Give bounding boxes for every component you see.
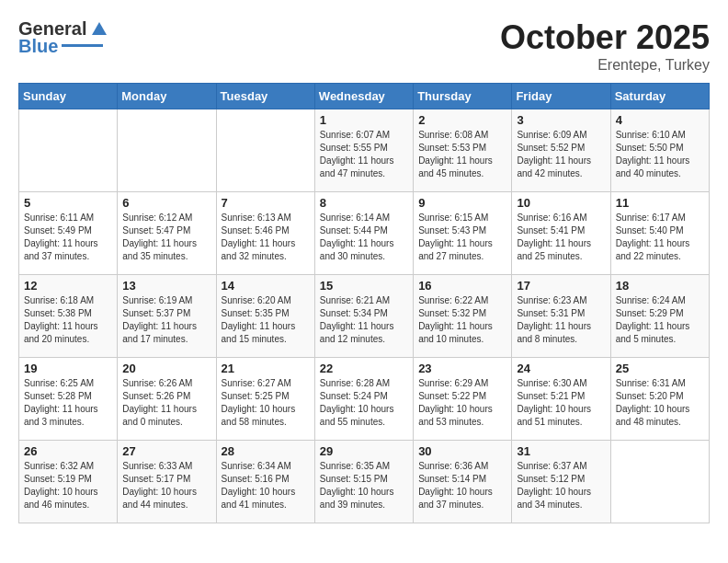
logo-blue-text: Blue xyxy=(18,36,58,57)
day-cell-1: 1Sunrise: 6:07 AM Sunset: 5:55 PM Daylig… xyxy=(314,109,413,192)
empty-cell xyxy=(216,109,314,192)
day-info-19: Sunrise: 6:25 AM Sunset: 5:28 PM Dayligh… xyxy=(24,377,112,429)
day-number-18: 18 xyxy=(616,279,704,293)
day-info-26: Sunrise: 6:32 AM Sunset: 5:19 PM Dayligh… xyxy=(24,460,112,511)
day-number-15: 15 xyxy=(320,279,408,293)
day-cell-29: 29Sunrise: 6:35 AM Sunset: 5:15 PM Dayli… xyxy=(314,441,413,523)
day-cell-7: 7Sunrise: 6:13 AM Sunset: 5:46 PM Daylig… xyxy=(216,192,314,275)
empty-cell xyxy=(19,109,118,192)
day-info-8: Sunrise: 6:14 AM Sunset: 5:44 PM Dayligh… xyxy=(320,212,408,263)
day-cell-2: 2Sunrise: 6:08 AM Sunset: 5:53 PM Daylig… xyxy=(414,109,512,192)
day-number-12: 12 xyxy=(24,279,112,293)
day-info-31: Sunrise: 6:37 AM Sunset: 5:12 PM Dayligh… xyxy=(517,460,605,511)
day-info-20: Sunrise: 6:26 AM Sunset: 5:26 PM Dayligh… xyxy=(122,377,210,429)
day-number-22: 22 xyxy=(320,362,408,375)
day-info-6: Sunrise: 6:12 AM Sunset: 5:47 PM Dayligh… xyxy=(122,212,210,263)
day-info-13: Sunrise: 6:19 AM Sunset: 5:37 PM Dayligh… xyxy=(122,294,210,346)
day-cell-14: 14Sunrise: 6:20 AM Sunset: 5:35 PM Dayli… xyxy=(216,275,314,358)
page-header: General Blue October 2025 Erentepe, Turk… xyxy=(18,18,710,74)
day-cell-30: 30Sunrise: 6:36 AM Sunset: 5:14 PM Dayli… xyxy=(414,441,512,523)
logo-underline xyxy=(62,44,103,47)
day-cell-12: 12Sunrise: 6:18 AM Sunset: 5:38 PM Dayli… xyxy=(19,275,118,358)
day-info-22: Sunrise: 6:28 AM Sunset: 5:24 PM Dayligh… xyxy=(320,377,408,429)
week-row-2: 5Sunrise: 6:11 AM Sunset: 5:49 PM Daylig… xyxy=(19,192,710,275)
day-number-10: 10 xyxy=(517,196,605,210)
day-number-14: 14 xyxy=(222,279,310,293)
day-cell-26: 26Sunrise: 6:32 AM Sunset: 5:19 PM Dayli… xyxy=(19,441,118,523)
day-info-2: Sunrise: 6:08 AM Sunset: 5:53 PM Dayligh… xyxy=(418,129,506,180)
day-info-4: Sunrise: 6:10 AM Sunset: 5:50 PM Dayligh… xyxy=(616,129,704,180)
day-number-1: 1 xyxy=(320,113,408,127)
day-info-9: Sunrise: 6:15 AM Sunset: 5:43 PM Dayligh… xyxy=(418,212,506,263)
day-cell-18: 18Sunrise: 6:24 AM Sunset: 5:29 PM Dayli… xyxy=(610,275,709,358)
header-thursday: Thursday xyxy=(414,84,512,109)
day-cell-5: 5Sunrise: 6:11 AM Sunset: 5:49 PM Daylig… xyxy=(19,192,118,275)
day-number-13: 13 xyxy=(122,279,210,293)
day-info-3: Sunrise: 6:09 AM Sunset: 5:52 PM Dayligh… xyxy=(517,129,605,180)
day-number-20: 20 xyxy=(122,362,210,375)
logo: General Blue xyxy=(18,18,108,57)
day-cell-15: 15Sunrise: 6:21 AM Sunset: 5:34 PM Dayli… xyxy=(314,275,413,358)
day-number-30: 30 xyxy=(418,444,506,458)
day-info-1: Sunrise: 6:07 AM Sunset: 5:55 PM Dayligh… xyxy=(320,129,408,180)
day-info-5: Sunrise: 6:11 AM Sunset: 5:49 PM Dayligh… xyxy=(24,212,112,263)
day-cell-8: 8Sunrise: 6:14 AM Sunset: 5:44 PM Daylig… xyxy=(314,192,413,275)
day-info-21: Sunrise: 6:27 AM Sunset: 5:25 PM Dayligh… xyxy=(222,377,310,429)
day-cell-11: 11Sunrise: 6:17 AM Sunset: 5:40 PM Dayli… xyxy=(610,192,709,275)
day-number-21: 21 xyxy=(222,362,310,375)
day-cell-23: 23Sunrise: 6:29 AM Sunset: 5:22 PM Dayli… xyxy=(414,358,512,441)
day-info-24: Sunrise: 6:30 AM Sunset: 5:21 PM Dayligh… xyxy=(517,377,605,429)
location: Erentepe, Turkey xyxy=(500,57,710,74)
day-info-25: Sunrise: 6:31 AM Sunset: 5:20 PM Dayligh… xyxy=(616,377,704,429)
day-number-3: 3 xyxy=(517,113,605,127)
day-cell-28: 28Sunrise: 6:34 AM Sunset: 5:16 PM Dayli… xyxy=(216,441,314,523)
empty-cell xyxy=(610,441,709,523)
day-number-2: 2 xyxy=(418,113,506,127)
day-info-18: Sunrise: 6:24 AM Sunset: 5:29 PM Dayligh… xyxy=(616,294,704,346)
day-number-25: 25 xyxy=(616,362,704,375)
calendar-table: SundayMondayTuesdayWednesdayThursdayFrid… xyxy=(18,83,710,523)
day-info-7: Sunrise: 6:13 AM Sunset: 5:46 PM Dayligh… xyxy=(222,212,310,263)
day-cell-27: 27Sunrise: 6:33 AM Sunset: 5:17 PM Dayli… xyxy=(118,441,216,523)
empty-cell xyxy=(118,109,216,192)
header-saturday: Saturday xyxy=(610,84,709,109)
week-row-3: 12Sunrise: 6:18 AM Sunset: 5:38 PM Dayli… xyxy=(19,275,710,358)
day-info-15: Sunrise: 6:21 AM Sunset: 5:34 PM Dayligh… xyxy=(320,294,408,346)
day-number-4: 4 xyxy=(616,113,704,127)
day-cell-10: 10Sunrise: 6:16 AM Sunset: 5:41 PM Dayli… xyxy=(512,192,610,275)
day-info-16: Sunrise: 6:22 AM Sunset: 5:32 PM Dayligh… xyxy=(418,294,506,346)
month-title: October 2025 xyxy=(500,18,710,57)
day-info-30: Sunrise: 6:36 AM Sunset: 5:14 PM Dayligh… xyxy=(418,460,506,511)
day-cell-4: 4Sunrise: 6:10 AM Sunset: 5:50 PM Daylig… xyxy=(610,109,709,192)
day-number-17: 17 xyxy=(517,279,605,293)
title-section: October 2025 Erentepe, Turkey xyxy=(500,18,710,74)
day-cell-16: 16Sunrise: 6:22 AM Sunset: 5:32 PM Dayli… xyxy=(414,275,512,358)
day-number-29: 29 xyxy=(320,444,408,458)
day-number-27: 27 xyxy=(122,444,210,458)
header-wednesday: Wednesday xyxy=(314,84,413,109)
day-cell-21: 21Sunrise: 6:27 AM Sunset: 5:25 PM Dayli… xyxy=(216,358,314,441)
header-monday: Monday xyxy=(118,84,216,109)
day-number-7: 7 xyxy=(222,196,310,210)
day-cell-3: 3Sunrise: 6:09 AM Sunset: 5:52 PM Daylig… xyxy=(512,109,610,192)
day-info-11: Sunrise: 6:17 AM Sunset: 5:40 PM Dayligh… xyxy=(616,212,704,263)
day-info-10: Sunrise: 6:16 AM Sunset: 5:41 PM Dayligh… xyxy=(517,212,605,263)
day-info-12: Sunrise: 6:18 AM Sunset: 5:38 PM Dayligh… xyxy=(24,294,112,346)
day-cell-31: 31Sunrise: 6:37 AM Sunset: 5:12 PM Dayli… xyxy=(512,441,610,523)
day-number-19: 19 xyxy=(24,362,112,375)
day-number-11: 11 xyxy=(616,196,704,210)
day-number-26: 26 xyxy=(24,444,112,458)
day-number-28: 28 xyxy=(222,444,310,458)
week-row-1: 1Sunrise: 6:07 AM Sunset: 5:55 PM Daylig… xyxy=(19,109,710,192)
day-cell-6: 6Sunrise: 6:12 AM Sunset: 5:47 PM Daylig… xyxy=(118,192,216,275)
day-number-9: 9 xyxy=(418,196,506,210)
day-cell-19: 19Sunrise: 6:25 AM Sunset: 5:28 PM Dayli… xyxy=(19,358,118,441)
day-cell-9: 9Sunrise: 6:15 AM Sunset: 5:43 PM Daylig… xyxy=(414,192,512,275)
day-cell-25: 25Sunrise: 6:31 AM Sunset: 5:20 PM Dayli… xyxy=(610,358,709,441)
svg-marker-0 xyxy=(92,22,107,35)
day-info-17: Sunrise: 6:23 AM Sunset: 5:31 PM Dayligh… xyxy=(517,294,605,346)
day-info-28: Sunrise: 6:34 AM Sunset: 5:16 PM Dayligh… xyxy=(222,460,310,511)
day-cell-20: 20Sunrise: 6:26 AM Sunset: 5:26 PM Dayli… xyxy=(118,358,216,441)
day-number-8: 8 xyxy=(320,196,408,210)
day-info-29: Sunrise: 6:35 AM Sunset: 5:15 PM Dayligh… xyxy=(320,460,408,511)
